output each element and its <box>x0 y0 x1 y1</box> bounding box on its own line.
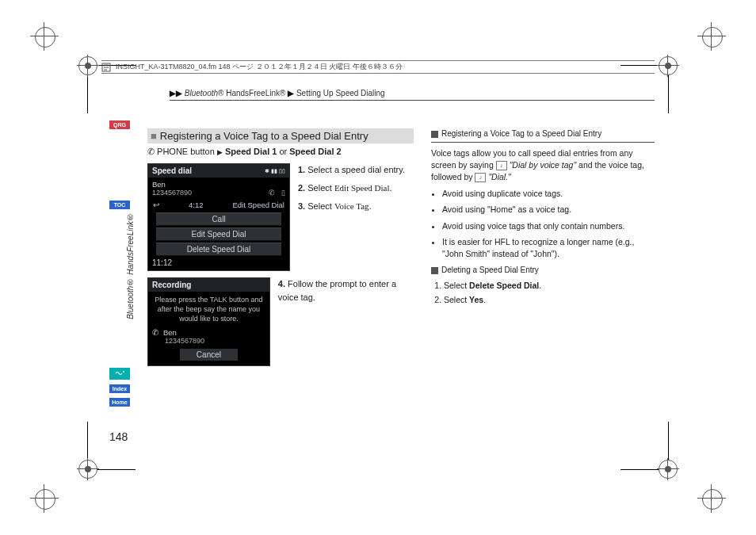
phone-small-icon: ✆ <box>269 189 275 197</box>
note-icon <box>431 267 438 274</box>
step-number: 3. <box>298 201 305 211</box>
step-text: Select a speed dial entry. <box>307 165 405 174</box>
list-item: Avoid using duplicate voice tags. <box>442 188 655 200</box>
right-column: Registering a Voice Tag to a Speed Dial … <box>431 128 655 456</box>
step-number: 1. <box>298 165 305 174</box>
heading-marker-icon: ■ <box>151 130 157 142</box>
screen-title: Recording <box>152 281 191 289</box>
breadcrumb-arrow-icon: ▶▶ <box>170 89 182 97</box>
device-screenshot-speed-dial: Speed dial ✱ ▮▮ ▯▯ Ben 1234567890 ✆ ▯ <box>147 163 290 271</box>
device-screenshot-recording: Recording Please press the TALK button a… <box>147 277 270 366</box>
breadcrumb: ▶▶ Bluetooth® HandsFreeLink® ▶ Setting U… <box>170 89 655 101</box>
intro-italic: "Dial." <box>488 172 510 182</box>
tab-toc[interactable]: TOC <box>109 201 130 209</box>
back-arrow-icon: ↩ <box>153 201 159 209</box>
voice-command-tab-icon[interactable] <box>109 368 130 380</box>
mini-clock: 4:12 <box>189 201 204 209</box>
triangle-icon: ▶ <box>217 148 223 156</box>
breadcrumb-part: ® HandsFreeLink® <box>218 89 285 97</box>
screen-title: Speed dial <box>152 166 192 175</box>
heading-text: Registering a Voice Tag to a Speed Dial … <box>160 130 368 142</box>
breadcrumb-arrow-icon: ▶ <box>288 89 294 97</box>
step-bold: Yes <box>469 295 483 304</box>
phone-icon: ✆ <box>147 147 155 156</box>
framemaker-icon <box>101 63 111 72</box>
screen-clock: 11:12 <box>148 258 289 270</box>
sidebar-subheading: Deleting a Speed Dial Entry <box>431 265 655 277</box>
step: 2. Select Edit Speed Dial. <box>298 182 405 195</box>
section-vertical-label: Bluetooth® HandsFreeLink® <box>126 212 135 319</box>
phone-small-icon: ✆ <box>152 328 158 337</box>
step-text: Follow the prompt to enter a voice tag. <box>278 279 396 302</box>
path-option: Speed Dial 1 <box>225 147 277 156</box>
step-bold: Edit Speed Dial <box>334 183 390 193</box>
reg-mark-icon <box>701 487 723 510</box>
step: 3. Select Voice Tag. <box>298 200 405 213</box>
path-text: PHONE button <box>157 147 215 156</box>
breadcrumb-part: Bluetooth <box>185 89 218 97</box>
procedure-steps: 4. Follow the prompt to enter a voice ta… <box>278 277 414 366</box>
page-number: 148 <box>109 430 128 443</box>
svg-point-1 <box>123 371 124 373</box>
divider <box>431 142 655 143</box>
list-item: It is easier for HFL to recognize a long… <box>442 236 655 260</box>
step-bold: Voice Tag <box>334 201 369 211</box>
sidebar-heading: Registering a Voice Tag to a Speed Dial … <box>431 128 655 140</box>
sidebar-heading-text: Registering a Voice Tag to a Speed Dial … <box>441 128 601 140</box>
menu-item-call: Call <box>156 212 281 226</box>
tab-home[interactable]: Home <box>109 398 130 407</box>
step: Select Delete Speed Dial. <box>444 280 655 292</box>
step-number: 4. <box>278 279 285 289</box>
step-number: 2. <box>298 183 305 193</box>
procedure-steps: 1. Select a speed dial entry. 2. Select … <box>298 163 405 271</box>
step-text: Select <box>444 295 469 304</box>
signal-icon: ▯ <box>281 189 285 197</box>
edit-speed-dial-inline: Edit Speed Dial <box>233 201 284 209</box>
contact-number: 1234567890 <box>152 337 265 345</box>
intro-italic: "Dial by voice tag" <box>510 160 577 170</box>
step-text: Select <box>307 183 334 193</box>
delete-steps: Select Delete Speed Dial. Select Yes. <box>431 280 655 306</box>
reg-mark-icon <box>701 25 723 48</box>
menu-path: ✆ PHONE button ▶ Speed Dial 1 or Speed D… <box>147 147 414 157</box>
section-heading: ■ Registering a Voice Tag to a Speed Dia… <box>147 128 414 143</box>
subheading-text: Deleting a Speed Dial Entry <box>441 265 539 277</box>
document-meta-text: INSIGHT_KA-31TM8820_04.fm 148 ページ ２０１２年１… <box>116 62 403 72</box>
step-text: Select <box>307 201 334 211</box>
step-text: Select <box>444 281 469 290</box>
step: Select Yes. <box>444 294 655 306</box>
intro-paragraph: Voice tags allow you to call speed dial … <box>431 147 655 184</box>
step-bold: Delete Speed Dial <box>469 281 539 290</box>
tab-index[interactable]: Index <box>109 384 130 393</box>
menu-item-delete: Delete Speed Dial <box>156 243 281 256</box>
tips-list: Avoid using duplicate voice tags. Avoid … <box>431 188 655 260</box>
path-or: or <box>279 147 289 156</box>
step: 1. Select a speed dial entry. <box>298 163 405 177</box>
contact-name: Ben <box>152 180 285 189</box>
voice-command-icon: ♪ <box>496 161 507 170</box>
status-icons: ✱ ▮▮ ▯▯ <box>265 168 285 174</box>
crop-corner-icon <box>87 422 136 470</box>
breadcrumb-part: Setting Up Speed Dialing <box>296 89 385 97</box>
list-item: Avoid using voice tags that only contain… <box>442 220 655 232</box>
list-item: Avoid using "Home" as a voice tag. <box>442 204 655 216</box>
cancel-button: Cancel <box>180 349 238 361</box>
note-icon <box>431 131 438 138</box>
document-meta-bar: INSIGHT_KA-31TM8820_04.fm 148 ページ ２０１２年１… <box>101 60 655 74</box>
tab-qrg[interactable]: QRG <box>109 120 130 129</box>
page-content: ■ Registering a Voice Tag to a Speed Dia… <box>147 128 655 456</box>
step-text: . <box>539 281 541 290</box>
step-text: . <box>369 201 372 211</box>
menu-item-edit: Edit Speed Dial <box>156 227 281 241</box>
step-text: . <box>483 295 486 304</box>
voice-command-icon: ♪ <box>475 173 486 182</box>
contact-number: 1234567890 <box>152 189 192 197</box>
reg-mark-icon <box>33 487 55 510</box>
recording-message: Please press the TALK button and after t… <box>148 292 269 328</box>
reg-mark-icon <box>33 25 55 48</box>
contact-name: Ben <box>163 328 177 337</box>
step: 4. Follow the prompt to enter a voice ta… <box>278 277 414 304</box>
step-text: . <box>390 183 392 193</box>
left-column: ■ Registering a Voice Tag to a Speed Dia… <box>147 128 414 456</box>
path-option: Speed Dial 2 <box>289 147 341 156</box>
